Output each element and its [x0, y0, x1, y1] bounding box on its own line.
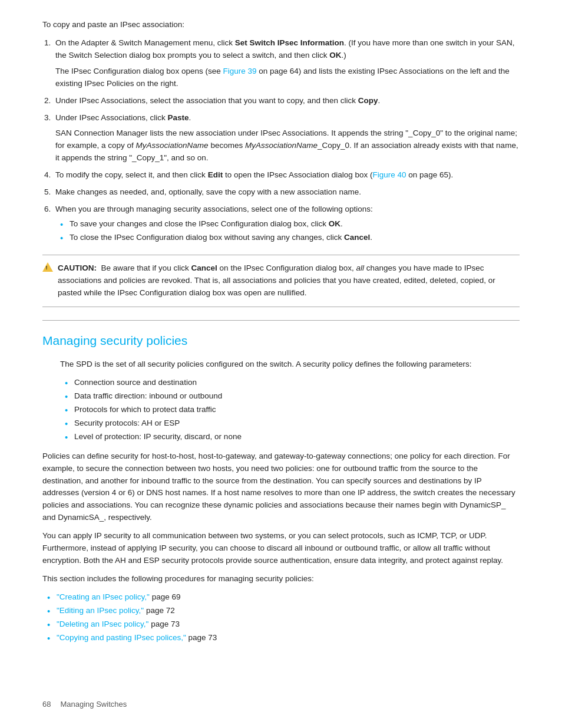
step6-bullet1: To save your changes and close the IPsec…	[60, 218, 520, 230]
section-links-list: "Creating an IPsec policy," page 69 "Edi…	[47, 591, 520, 644]
creating-ipsec-link[interactable]: "Creating an IPsec policy,"	[57, 592, 150, 601]
params-list: Connection source and destination Data t…	[65, 377, 520, 443]
deleting-ipsec-link[interactable]: "Deleting an IPsec policy,"	[57, 620, 148, 628]
section-para2: You can apply IP security to all communi…	[42, 530, 520, 567]
page: To copy and paste an IPsec association: …	[0, 0, 562, 728]
param-4: Security protocols: AH or ESP	[65, 417, 520, 430]
footer-page-num: 68	[42, 699, 51, 710]
editing-ipsec-link[interactable]: "Editing an IPsec policy,"	[57, 606, 144, 615]
section-body: The SPD is the set of all security polic…	[60, 358, 520, 443]
footer: 68 Managing Switches	[42, 699, 520, 710]
caution-cancel-bold: Cancel	[191, 263, 217, 272]
step-4: To modify the copy, select it, and then …	[53, 169, 520, 182]
step4-bold: Edit	[208, 170, 223, 179]
step-6: When you are through managing security a…	[53, 203, 520, 244]
caution-icon	[42, 263, 53, 272]
caution-box: CAUTION: Be aware that if you click Canc…	[42, 255, 520, 307]
section-intro-para: The SPD is the set of all security polic…	[60, 358, 520, 371]
step6-subbullets: To save your changes and close the IPsec…	[60, 218, 520, 244]
copy-paste-label: To copy and paste an IPsec association:	[42, 20, 184, 29]
step1-bold1: Set Switch IPsec Information	[235, 38, 344, 47]
param-5: Level of protection: IP security, discar…	[65, 431, 520, 443]
caution-all-italic: all	[356, 263, 365, 272]
step1-bold2: OK	[329, 51, 341, 60]
figure39-link[interactable]: Figure 39	[223, 67, 256, 75]
caution-text: CAUTION: Be aware that if you click Canc…	[58, 262, 520, 299]
footer-section: Managing Switches	[60, 699, 127, 710]
section-divider	[42, 320, 520, 321]
step3-italic1: MyAssociationName	[136, 141, 209, 150]
step3-bold: Paste	[168, 113, 189, 122]
caution-label: CAUTION:	[58, 263, 97, 272]
step3-sub: SAN Connection Manager lists the new ass…	[55, 127, 520, 164]
steps-list: On the Adapter & Switch Management menu,…	[53, 37, 520, 244]
caution-triangle-icon	[42, 262, 53, 272]
section-heading: Managing security policies	[42, 331, 520, 351]
section-intro-text: The SPD is the set of all security polic…	[60, 360, 472, 368]
section-para1: Policies can define security for host-to…	[42, 450, 520, 525]
param-2: Data traffic direction: inbound or outbo…	[65, 390, 520, 403]
step3-italic2: MyAssociationName	[245, 141, 318, 150]
step6-bullet2: To close the IPsec Configuration dialog …	[60, 232, 520, 244]
figure40-link[interactable]: Figure 40	[373, 170, 406, 179]
step6-cancel: Cancel	[344, 233, 370, 242]
param-1: Connection source and destination	[65, 377, 520, 389]
link-item-3: "Deleting an IPsec policy," page 73	[47, 618, 520, 631]
section-para3: This section includes the following proc…	[42, 573, 520, 585]
step-5: Make changes as needed, and, optionally,…	[53, 186, 520, 199]
step-1: On the Adapter & Switch Management menu,…	[53, 37, 520, 90]
step-2: Under IPsec Associations, select the ass…	[53, 95, 520, 107]
step6-ok: OK	[329, 219, 340, 228]
link-item-1: "Creating an IPsec policy," page 69	[47, 591, 520, 604]
link-item-2: "Editing an IPsec policy," page 72	[47, 605, 520, 617]
step1-sub: The IPsec Configuration dialog box opens…	[55, 65, 520, 90]
step2-bold: Copy	[358, 96, 378, 105]
param-3: Protocols for which to protect data traf…	[65, 404, 520, 416]
copying-ipsec-link[interactable]: "Copying and pasting IPsec polices,"	[57, 633, 186, 642]
link-item-4: "Copying and pasting IPsec polices," pag…	[47, 632, 520, 644]
step-3: Under IPsec Associations, click Paste. S…	[53, 112, 520, 165]
intro-para: To copy and paste an IPsec association:	[42, 19, 520, 31]
